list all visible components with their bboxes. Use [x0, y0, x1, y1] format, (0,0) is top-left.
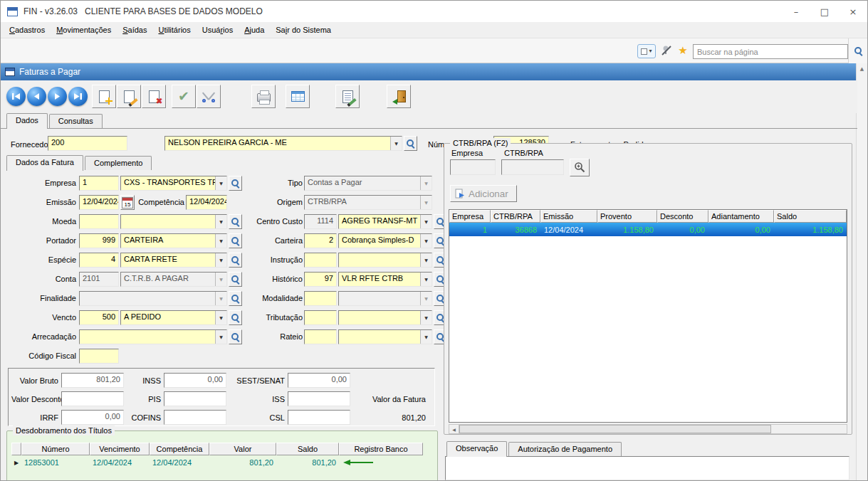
modalidade-code-field[interactable] [304, 291, 337, 306]
search-button[interactable] [848, 38, 867, 63]
column-header-desconto[interactable]: Desconto [657, 210, 708, 223]
menu-ajuda[interactable]: Ajuda [239, 23, 270, 36]
conta-search-button[interactable] [229, 272, 242, 287]
pis-field[interactable] [164, 391, 226, 406]
adicionar-button[interactable]: Adicionar [450, 185, 517, 202]
finalidade-combo[interactable] [79, 291, 227, 306]
column-header-provento[interactable]: Provento [597, 210, 657, 223]
dropdown-arrow-icon[interactable] [390, 137, 402, 150]
scroll-left-icon[interactable]: ◀ [449, 425, 459, 433]
instrucao-combo[interactable] [338, 253, 432, 268]
search-input[interactable] [693, 44, 848, 59]
tab-observacao[interactable]: Observação [446, 441, 507, 457]
ctrb-table-row-selected[interactable]: 1 36868 12/04/2024 1.158,80 0,00 0,00 1.… [449, 223, 847, 236]
csl-field[interactable] [288, 410, 350, 425]
column-header-empresa[interactable]: Empresa [449, 210, 491, 223]
empresa-code-field[interactable]: 1 [79, 176, 119, 191]
ctrb-empresa-field[interactable] [450, 159, 496, 175]
dropdown-arrow-icon[interactable] [215, 253, 226, 267]
confirm-button[interactable]: ✔ [172, 85, 196, 108]
cofins-field[interactable] [164, 410, 226, 425]
moeda-code-field[interactable] [79, 214, 119, 229]
tab-complemento[interactable]: Complemento [85, 156, 152, 170]
fornecedor-combo[interactable]: NELSON PEREIRA GARCIA - ME [164, 136, 402, 151]
nav-prev-button[interactable] [27, 87, 46, 106]
instrucao-code-field[interactable] [304, 253, 337, 268]
column-header-numero[interactable]: Número [21, 443, 90, 455]
conta-code-field[interactable]: 2101 [79, 272, 119, 287]
menu-movimentacoes[interactable]: Movimentações [51, 23, 117, 36]
empresa-search-button[interactable] [229, 176, 242, 191]
new-record-button[interactable] [92, 85, 116, 108]
vertical-scrollbar[interactable]: ▲ [856, 63, 867, 480]
column-header-emissao[interactable]: Emissão [540, 210, 597, 223]
scrollbar-thumb[interactable] [459, 425, 771, 433]
vencto-search-button[interactable] [229, 310, 242, 325]
menu-utilitarios[interactable]: Utilitários [152, 23, 196, 36]
modalidade-combo[interactable] [338, 291, 432, 306]
column-header-competencia[interactable]: Competência [150, 443, 209, 455]
emissao-calendar-button[interactable]: 15 [120, 195, 135, 210]
column-header-ctrb-rpa[interactable]: CTRB/RPA [491, 210, 540, 223]
annotations-button[interactable] [335, 85, 360, 108]
dropdown-arrow-icon[interactable] [420, 215, 432, 228]
menu-saidas[interactable]: Saídas [117, 23, 152, 36]
emissao-date-field[interactable]: 12/04/2024 [79, 195, 119, 210]
moeda-combo[interactable] [120, 214, 227, 229]
observacao-memo[interactable] [445, 456, 849, 480]
valor-desconto-field[interactable] [61, 391, 124, 406]
arrecadacao-search-button[interactable] [229, 329, 242, 344]
tab-dados[interactable]: Dados [6, 113, 48, 129]
cell-numero[interactable]: 12853001 [21, 455, 90, 470]
finalidade-search-button[interactable] [229, 291, 242, 306]
tab-dados-da-fatura[interactable]: Dados da Fatura [6, 155, 83, 171]
tributacao-code-field[interactable] [304, 310, 337, 325]
column-header-valor[interactable]: Valor [209, 443, 276, 455]
carteira-combo[interactable]: Cobrança Simples-D [338, 233, 432, 248]
cell-competencia[interactable]: 12/04/2024 [150, 455, 209, 470]
competencia-date-field[interactable]: 12/04/2024 [186, 195, 227, 210]
especie-search-button[interactable] [229, 253, 242, 268]
conta-combo[interactable]: C.T.R.B. A PAGAR [120, 272, 227, 287]
especie-combo[interactable]: CARTA FRETE [120, 253, 227, 268]
menu-cadastros[interactable]: Cadastros [4, 23, 51, 36]
maximize-button[interactable]: □ [810, 1, 839, 22]
cell-saldo[interactable]: 801,20 [276, 455, 339, 470]
horizontal-scrollbar[interactable]: ◀ [449, 424, 847, 434]
column-header-vencimento[interactable]: Vencimento [90, 443, 150, 455]
centro-custo-combo[interactable]: AGREG TRANSF-MT [338, 214, 432, 229]
historico-code-field[interactable]: 97 [304, 272, 337, 287]
empresa-combo[interactable]: CXS - TRANSPORTES TRANS [120, 176, 227, 191]
grid-view-button[interactable] [286, 85, 310, 108]
vencto-combo[interactable]: A PEDIDO [120, 310, 227, 325]
dropdown-arrow-icon[interactable] [215, 311, 226, 324]
delete-record-button[interactable]: ✖ [142, 85, 166, 108]
pin-disabled-button[interactable] [660, 45, 673, 58]
tab-consultas[interactable]: Consultas [49, 114, 103, 128]
ctrb-search-button[interactable] [570, 159, 590, 176]
carteira-code-field[interactable]: 2 [304, 233, 337, 248]
cell-valor[interactable]: 801,20 [209, 455, 276, 470]
dropdown-arrow-icon[interactable] [420, 234, 432, 248]
exit-button[interactable] [387, 85, 411, 108]
close-button[interactable]: × [839, 1, 867, 22]
column-header-adiantamento[interactable]: Adiantamento [708, 210, 774, 223]
dropdown-arrow-icon[interactable] [420, 273, 432, 286]
search-options-dropdown[interactable]: ▾ [637, 44, 656, 58]
favorites-star-button[interactable]: ★ [676, 43, 690, 58]
ctrb-rpa-field[interactable] [501, 159, 564, 175]
scroll-up-icon[interactable]: ▲ [857, 63, 867, 75]
menu-sair-do-sistema[interactable]: Sair do Sistema [270, 23, 337, 36]
cell-registro-banco[interactable] [339, 455, 423, 470]
tab-autorizacao-de-pagamento[interactable]: Autorização de Pagamento [508, 442, 622, 456]
dropdown-arrow-icon[interactable] [215, 176, 226, 190]
dropdown-arrow-icon[interactable] [420, 253, 432, 267]
dropdown-arrow-icon[interactable] [420, 311, 432, 324]
print-button[interactable] [251, 85, 276, 108]
column-header-saldo[interactable]: Saldo [774, 210, 847, 223]
rateio-combo[interactable] [338, 329, 432, 344]
moeda-search-button[interactable] [229, 214, 242, 229]
portador-code-field[interactable]: 999 [79, 233, 119, 248]
column-header-saldo[interactable]: Saldo [276, 443, 339, 455]
origem-combo[interactable]: CTRB/RPA [304, 195, 432, 210]
